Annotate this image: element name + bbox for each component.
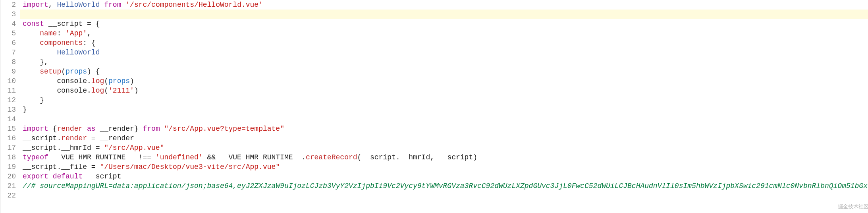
token-str: 'App' <box>66 29 87 37</box>
token: console. <box>23 87 91 95</box>
token-prop: log <box>91 77 104 85</box>
token-prop: components <box>40 39 83 47</box>
token: __script.__file = <box>23 163 100 171</box>
token-str: '2111' <box>108 87 134 95</box>
token-id: HelloWorld <box>57 1 100 9</box>
token: __script. <box>23 134 61 142</box>
token: ( <box>61 68 66 76</box>
token <box>83 125 87 133</box>
token <box>23 39 40 47</box>
line-number: 14 <box>0 114 16 124</box>
code-line[interactable]: __script.render = __render <box>20 134 868 143</box>
token-prop: name <box>40 29 57 37</box>
token <box>23 68 40 76</box>
line-number: 4 <box>0 19 16 29</box>
code-line[interactable]: const __script = { <box>20 19 868 29</box>
token: (__script.__hmrId, __script) <box>357 153 477 161</box>
token: __render} <box>96 125 143 133</box>
token-str: "/src/App.vue?type=template" <box>164 125 284 133</box>
token: , <box>48 1 57 9</box>
token-prop: log <box>91 87 104 95</box>
token: __script = { <box>44 20 100 28</box>
token-str: "/Users/mac/Desktop/vue3-vite/src/App.vu… <box>100 163 280 171</box>
code-line[interactable]: name: 'App', <box>20 29 868 38</box>
token: { <box>48 125 57 133</box>
token: : <box>57 29 66 37</box>
code-line[interactable]: } <box>20 95 868 105</box>
code-line[interactable]: __script.__file = "/Users/mac/Desktop/vu… <box>20 162 868 172</box>
token: , <box>87 29 91 37</box>
token: }, <box>23 58 48 66</box>
token-kw: typeof <box>23 153 48 161</box>
code-line[interactable]: //# sourceMappingURL=data:application/js… <box>20 181 868 191</box>
code-line[interactable]: components: { <box>20 38 868 48</box>
token-str: '/src/components/HelloWorld.vue' <box>125 1 263 9</box>
token-str: 'undefined' <box>156 153 203 161</box>
code-line[interactable] <box>20 10 868 19</box>
token-func: props <box>66 68 87 76</box>
token: : { <box>83 39 95 47</box>
token-prop: setup <box>40 68 61 76</box>
token <box>23 29 40 37</box>
line-number: 10 <box>0 76 16 86</box>
token-id: HelloWorld <box>57 48 100 56</box>
app-root: localhostmain.jsclientvue.jsApp.vueindex… <box>0 0 868 213</box>
token <box>121 1 125 9</box>
line-number: 11 <box>0 86 16 95</box>
token: ( <box>104 87 108 95</box>
line-number: 12 <box>0 95 16 105</box>
token-comment: //# sourceMappingURL=data:application/js… <box>23 182 868 190</box>
token: ) <box>134 87 139 95</box>
line-number-gutter: 2345678910111213141516171819202122 <box>0 0 20 213</box>
token: && __VUE_HMR_RUNTIME__. <box>203 153 306 161</box>
token: = __render <box>87 134 134 142</box>
code-line[interactable] <box>20 114 868 124</box>
code-line[interactable]: import {render as __render} from "/src/A… <box>20 124 868 134</box>
token-func: props <box>108 77 130 85</box>
code-line[interactable]: console.log('2111') <box>20 86 868 95</box>
code-line[interactable]: console.log(props) <box>20 76 868 86</box>
token <box>100 1 104 9</box>
token: ) <box>130 77 134 85</box>
code-line[interactable]: } <box>20 105 868 114</box>
code-line[interactable]: export default __script <box>20 172 868 181</box>
code-line[interactable]: }, <box>20 57 868 67</box>
code-line[interactable] <box>20 191 868 200</box>
token <box>23 48 57 56</box>
token <box>48 172 53 180</box>
line-number: 8 <box>0 57 16 67</box>
token: console. <box>23 77 91 85</box>
line-number: 9 <box>0 67 16 76</box>
token-kw: as <box>87 125 96 133</box>
token-kw: import <box>23 125 48 133</box>
line-number: 13 <box>0 105 16 114</box>
line-number: 16 <box>0 134 16 143</box>
code-line[interactable]: HelloWorld <box>20 48 868 57</box>
line-number: 17 <box>0 143 16 153</box>
watermark-text: 掘金技术社区 <box>838 202 868 211</box>
code-line[interactable]: import, HelloWorld from '/src/components… <box>20 0 868 10</box>
line-number: 7 <box>0 48 16 57</box>
line-number: 2 <box>0 0 16 10</box>
line-number: 19 <box>0 162 16 172</box>
line-number: 5 <box>0 29 16 38</box>
token-kw: const <box>23 20 44 28</box>
code-content[interactable]: import, HelloWorld from '/src/components… <box>20 0 868 213</box>
token: __script.__hmrId = <box>23 144 104 152</box>
code-editor[interactable]: 2345678910111213141516171819202122 impor… <box>0 0 868 213</box>
line-number: 6 <box>0 38 16 48</box>
token: __script <box>83 172 121 180</box>
token <box>160 125 164 133</box>
code-line[interactable]: typeof __VUE_HMR_RUNTIME__ !== 'undefine… <box>20 153 868 162</box>
token: } <box>23 106 27 114</box>
token-kw: import <box>23 1 48 9</box>
code-line[interactable]: setup(props) { <box>20 67 868 76</box>
token: } <box>23 96 44 104</box>
token: ( <box>104 77 108 85</box>
line-number: 15 <box>0 124 16 134</box>
line-number: 22 <box>0 191 16 200</box>
line-number: 21 <box>0 181 16 191</box>
code-line[interactable]: __script.__hmrId = "/src/App.vue" <box>20 143 868 153</box>
token-kw: default <box>53 172 83 180</box>
token: ) { <box>87 68 100 76</box>
